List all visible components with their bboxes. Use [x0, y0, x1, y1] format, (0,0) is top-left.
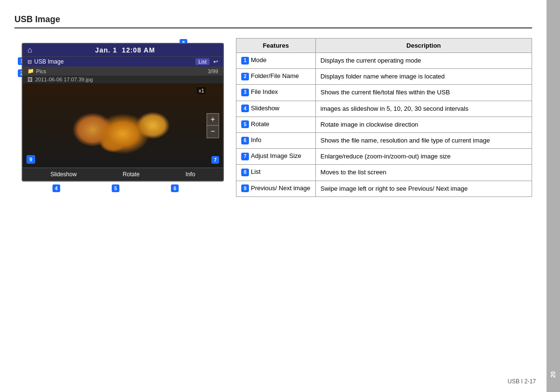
feature-label: File Index [251, 88, 278, 95]
file-bar: 🖼 2011-06-06 17.07.39.jpg [23, 76, 223, 83]
feature-label: Previous/ Next image [251, 184, 311, 192]
col-description: Description [315, 39, 532, 53]
screen-header: ⌂ Jan. 1 12:08 AM [23, 44, 223, 56]
description-cell: images as slideshow in 5, 10, 20, 30 sec… [315, 101, 532, 117]
mode-label: ⊟ USB Image [27, 58, 64, 65]
feature-cell: 6Info [236, 132, 316, 148]
col-features: Features [236, 39, 316, 53]
feature-cell: 4Slideshow [236, 101, 316, 117]
feature-label: Info [251, 136, 261, 144]
folder-icon: 📁 [27, 68, 34, 74]
feature-label: Mode [251, 56, 267, 64]
feature-label: Slideshow [251, 105, 279, 112]
description-cell: Moves to the list screen [315, 165, 532, 181]
file-icon: 🖼 [27, 77, 33, 82]
footer: USB I 2-17 [508, 378, 536, 385]
badge-9: 9 [26, 155, 35, 164]
feature-cell: 1Mode [236, 53, 316, 69]
tab-number: 20 [550, 371, 557, 378]
rotate-button[interactable]: Rotate [123, 171, 140, 178]
left-column: 1 2 3 8 ⌂ Jan. 1 12:08 AM [14, 38, 217, 199]
table-row: 1ModeDisplays the current operating mode [236, 53, 532, 69]
list-button[interactable]: List [195, 58, 209, 65]
features-table: Features Description 1ModeDisplays the c… [236, 38, 532, 197]
home-icon: ⌂ [27, 46, 32, 54]
feature-badge-2: 2 [241, 73, 249, 80]
feature-label: Folder/File Name [251, 72, 299, 79]
feature-badge-3: 3 [241, 89, 249, 96]
section-title: USB Image [14, 14, 532, 28]
table-row: 3File IndexShows the current file/total … [236, 85, 532, 101]
table-row: 8ListMoves to the list screen [236, 165, 532, 181]
zoom-label: x1 [197, 87, 206, 94]
bottom-menu: Slideshow Rotate Info [23, 168, 223, 181]
description-cell: Displays the current operating mode [315, 53, 532, 69]
feature-badge-4: 4 [241, 105, 249, 112]
badge-row: 4 5 6 [22, 183, 209, 194]
mode-right: List ↩ [195, 58, 218, 65]
feature-cell: 2Folder/File Name [236, 69, 316, 85]
main-content: USB Image 1 2 3 8 ⌂ Jan. 1 12:08 AM [0, 0, 547, 392]
slideshow-button[interactable]: Slideshow [51, 171, 77, 178]
feature-cell: 8List [236, 165, 316, 181]
feature-label: List [251, 168, 260, 175]
right-column: Features Description 1ModeDisplays the c… [236, 38, 532, 197]
badge-item-6: 6 [171, 184, 179, 192]
badge-item-4: 4 [52, 184, 60, 192]
table-row: 5RotateRotate image in clockwise directi… [236, 117, 532, 132]
info-button[interactable]: Info [185, 171, 195, 178]
date-time: Jan. 1 12:08 AM [95, 46, 155, 54]
badge-4-label: 4 [52, 184, 60, 192]
device-wrapper: 1 2 3 8 ⌂ Jan. 1 12:08 AM [22, 43, 209, 194]
right-tab: 20 [547, 0, 560, 392]
feature-cell: 7Adjust Image Size [236, 149, 316, 165]
badge-6-label: 6 [171, 184, 179, 192]
zoom-controls: + − [207, 113, 219, 138]
folder-bar: 📁 Pics 3/99 [23, 66, 223, 76]
feature-badge-1: 1 [241, 57, 249, 65]
badge-5-label: 5 [112, 184, 119, 192]
description-cell: Swipe image left or right to see Previou… [315, 181, 532, 196]
zoom-out-button[interactable]: − [207, 126, 219, 138]
mode-bar: ⊟ USB Image List ↩ [23, 56, 223, 66]
feature-cell: 5Rotate [236, 117, 316, 132]
badge-7: 7 [211, 156, 219, 164]
flower-image [23, 83, 223, 168]
usb-icon: ⊟ [27, 59, 32, 65]
table-row: 9Previous/ Next imageSwipe image left or… [236, 181, 532, 196]
feature-cell: 3File Index [236, 85, 316, 101]
table-row: 7Adjust Image SizeEnlarge/reduce (zoom-i… [236, 149, 532, 165]
filename: 2011-06-06 17.07.39.jpg [35, 77, 93, 82]
feature-badge-7: 7 [241, 153, 249, 160]
description-cell: Enlarge/reduce (zoom-in/zoom-out) image … [315, 149, 532, 165]
folder-name: 📁 Pics [27, 68, 46, 74]
description-cell: Shows the current file/total files withi… [315, 85, 532, 101]
feature-badge-5: 5 [241, 120, 249, 128]
description-cell: Displays folder name where image is loca… [315, 69, 532, 85]
footer-text: USB I 2-17 [508, 378, 536, 385]
file-index: 3/99 [208, 68, 218, 74]
zoom-in-button[interactable]: + [207, 113, 219, 126]
feature-cell: 9Previous/ Next image [236, 181, 316, 196]
feature-badge-9: 9 [241, 184, 249, 192]
table-row: 4Slideshowimages as slideshow in 5, 10, … [236, 101, 532, 117]
feature-label: Adjust Image Size [251, 152, 301, 159]
table-row: 6InfoShows the file name, resolution and… [236, 132, 532, 148]
device-screen: ⌂ Jan. 1 12:08 AM ⊟ USB Image [22, 43, 224, 182]
table-row: 2Folder/File NameDisplays folder name wh… [236, 69, 532, 85]
description-cell: Rotate image in clockwise direction [315, 117, 532, 132]
description-cell: Shows the file name, resolution and file… [315, 132, 532, 148]
image-area: x1 + − 9 7 [23, 83, 223, 168]
feature-badge-6: 6 [241, 137, 249, 144]
columns: 1 2 3 8 ⌂ Jan. 1 12:08 AM [14, 38, 532, 199]
feature-label: Rotate [251, 120, 269, 128]
feature-badge-8: 8 [241, 169, 249, 176]
back-icon[interactable]: ↩ [213, 58, 218, 65]
badge-item-5: 5 [112, 184, 119, 192]
